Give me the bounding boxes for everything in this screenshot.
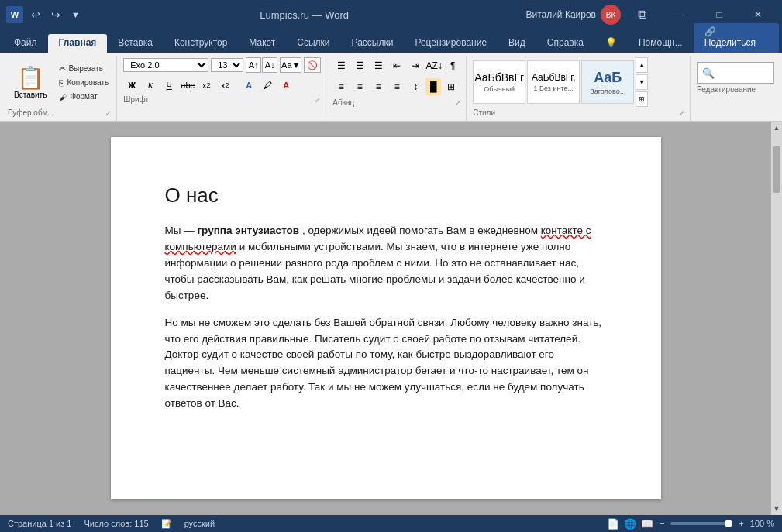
tab-share[interactable]: 🔗 Поделиться — [694, 23, 779, 53]
tab-view[interactable]: Вид — [498, 34, 536, 53]
increase-font-button[interactable]: A↑ — [246, 57, 261, 73]
tab-help[interactable]: Справка — [536, 34, 594, 53]
increase-indent-button[interactable]: ⇥ — [407, 57, 424, 74]
zoom-plus-button[interactable]: + — [739, 519, 743, 528]
tab-design[interactable]: Конструктор — [164, 34, 238, 53]
para1-intro: Мы — — [165, 225, 198, 236]
sort-button[interactable]: AZ↓ — [425, 57, 443, 74]
style-no-spacing[interactable]: АаБбВвГг, 1 Без инте... — [527, 60, 580, 104]
tab-layout[interactable]: Макет — [238, 34, 286, 53]
underline-button[interactable]: Ч — [160, 77, 177, 94]
para-expand-icon[interactable]: ⤢ — [455, 99, 461, 107]
tab-review[interactable]: Рецензирование — [404, 34, 498, 53]
superscript-button[interactable]: x2 — [216, 77, 233, 94]
window-layout-button[interactable]: ⧉ — [624, 0, 660, 29]
line-spacing-button[interactable]: ↕ — [407, 78, 424, 95]
search-box[interactable]: 🔍 — [697, 62, 774, 84]
numbering-button[interactable]: ☰ — [351, 57, 368, 74]
decrease-font-button[interactable]: A↓ — [262, 57, 277, 73]
styles-scroll-up[interactable]: ▲ — [636, 57, 648, 73]
language: русский — [184, 519, 215, 528]
scroll-thumb[interactable] — [773, 146, 780, 193]
font-size-buttons: A↑ A↓ — [246, 57, 277, 73]
scroll-down-button[interactable]: ▼ — [773, 503, 780, 515]
document-page: О нас Мы — группа энтузиастов , одержимы… — [111, 137, 661, 499]
para-row-1: ☰ ☰ ☰ ⇤ ⇥ AZ↓ ¶ — [332, 57, 461, 74]
paragraph-1: Мы — группа энтузиастов , одержимых идее… — [165, 223, 607, 304]
align-left-button[interactable]: ≡ — [332, 78, 350, 95]
styles-scroll-down[interactable]: ▼ — [636, 74, 648, 90]
ribbon-content: 📋 Вставить ✂ Вырезать ⎘ Копировать — [0, 53, 782, 121]
editing-group-header: Редактирование — [697, 84, 774, 96]
tab-file[interactable]: Файл — [3, 34, 48, 53]
copy-button[interactable]: ⎘ Копировать — [56, 77, 112, 89]
read-view-icon[interactable]: 📖 — [641, 518, 653, 530]
para2-text: Но мы не сможем это сделать без Вашей об… — [165, 317, 602, 410]
para1-bold: группа энтузиастов — [197, 225, 299, 236]
tab-mailings[interactable]: Рассылки — [341, 34, 405, 53]
align-center-button[interactable]: ≡ — [351, 78, 368, 95]
font-group-header: Шрифт ⤢ — [123, 94, 321, 106]
scroll-up-button[interactable]: ▲ — [773, 122, 780, 134]
text-effects-button[interactable]: A — [240, 77, 257, 94]
highlight-button[interactable]: 🖍 — [259, 77, 276, 94]
clear-format-button[interactable]: 🚫 — [304, 57, 321, 73]
style-heading[interactable]: АаБ Заголово... — [581, 60, 634, 104]
justify-button[interactable]: ≡ — [388, 78, 405, 95]
title-text: Lumpics.ru — Word — [260, 9, 349, 21]
show-marks-button[interactable]: ¶ — [444, 57, 461, 74]
document-scroll[interactable]: О нас Мы — группа энтузиастов , одержимы… — [0, 122, 771, 515]
multilevel-button[interactable]: ☰ — [370, 57, 387, 74]
style-no-spacing-preview: АаБбВвГг, — [532, 72, 576, 83]
status-bar: Страница 1 из 1 Число слов: 115 📝 русски… — [0, 515, 782, 532]
styles-more[interactable]: ⊞ — [636, 91, 648, 107]
view-icons: 📄 🌐 📖 — [607, 518, 653, 530]
shading-button[interactable]: █ — [425, 78, 441, 95]
zoom-slider[interactable] — [670, 522, 732, 525]
tab-insert[interactable]: Вставка — [107, 34, 164, 53]
font-group-label: Шрифт — [123, 94, 149, 106]
font-color-button[interactable]: A — [277, 77, 295, 94]
font-size-select[interactable]: 13 — [211, 58, 243, 72]
paste-button[interactable]: 📋 Вставить — [8, 62, 53, 103]
bullets-button[interactable]: ☰ — [332, 57, 350, 74]
case-button[interactable]: Аа▼ — [280, 57, 301, 73]
cut-label: Вырезать — [68, 64, 102, 73]
tab-home[interactable]: Главная — [48, 34, 108, 53]
editing-group: 🔍 Редактирование — [692, 56, 779, 121]
status-right: 📄 🌐 📖 − + 100 % — [607, 518, 774, 530]
tab-helper[interactable]: Помощн... — [628, 34, 694, 53]
zoom-minus-button[interactable]: − — [660, 519, 664, 528]
tab-lightbulb[interactable]: 💡 — [594, 34, 628, 53]
borders-button[interactable]: ⊞ — [443, 78, 460, 95]
font-name-row: Exo 2.0 13 A↑ A↓ Аа▼ 🚫 — [123, 57, 321, 73]
user-avatar[interactable]: ВК — [601, 5, 621, 25]
align-right-button[interactable]: ≡ — [370, 78, 387, 95]
cut-button[interactable]: ✂ Вырезать — [56, 62, 112, 75]
ribbon-tabs: Файл Главная Вставка Конструктор Макет С… — [0, 29, 782, 53]
clipboard-expand-icon[interactable]: ⤢ — [105, 109, 112, 117]
tab-references[interactable]: Ссылки — [286, 34, 340, 53]
style-normal-preview: АаБбВвГг — [474, 71, 524, 84]
editing-group-label: Редактирование — [697, 84, 756, 96]
style-normal[interactable]: АаБбВвГг Обычный — [473, 60, 525, 104]
redo-button[interactable]: ↪ — [48, 7, 64, 22]
copy-icon: ⎘ — [59, 78, 64, 88]
paragraph-group: ☰ ☰ ☰ ⇤ ⇥ AZ↓ ¶ ≡ ≡ ≡ ≡ ↕ █ — [328, 56, 467, 121]
undo-button[interactable]: ↩ — [28, 7, 43, 22]
styles-expand-icon[interactable]: ⤢ — [679, 109, 685, 117]
pin-button[interactable]: ▼ — [68, 9, 83, 21]
vertical-scrollbar[interactable]: ▲ ▼ — [771, 122, 782, 515]
italic-button[interactable]: К — [142, 77, 159, 94]
format-copy-button[interactable]: 🖌 Формат — [56, 91, 112, 103]
bold-button[interactable]: Ж — [123, 77, 140, 94]
strikethrough-button[interactable]: abc — [179, 77, 196, 94]
document-title: О нас — [165, 184, 607, 208]
ribbon: 📋 Вставить ✂ Вырезать ⎘ Копировать — [0, 53, 782, 122]
decrease-indent-button[interactable]: ⇤ — [388, 57, 405, 74]
print-view-icon[interactable]: 📄 — [607, 518, 619, 530]
web-view-icon[interactable]: 🌐 — [624, 518, 636, 530]
font-expand-icon[interactable]: ⤢ — [315, 96, 321, 104]
subscript-button[interactable]: x2 — [198, 77, 215, 94]
font-name-select[interactable]: Exo 2.0 — [123, 58, 208, 72]
